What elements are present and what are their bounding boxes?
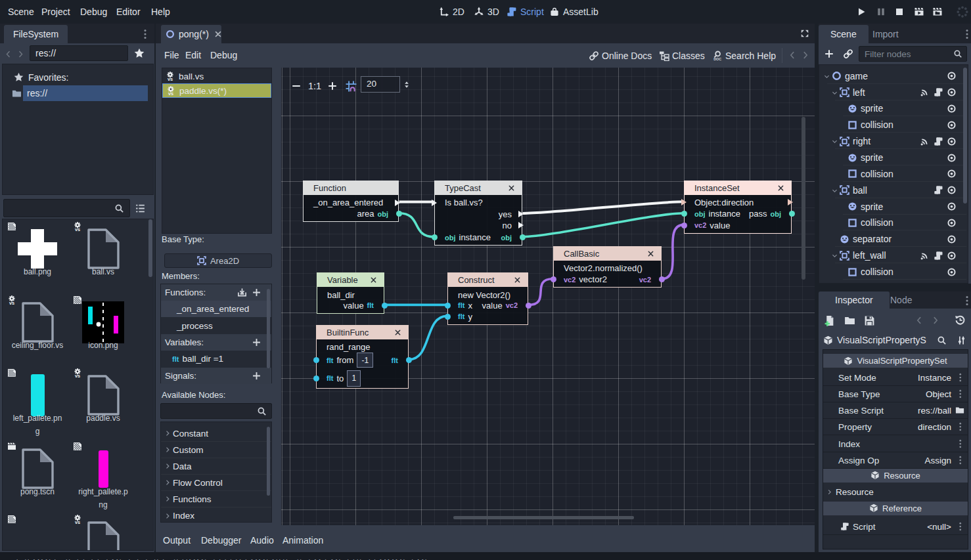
graph-node-close[interactable] [514,276,522,284]
visibility-toggle[interactable] [947,217,957,228]
instance-scene-button[interactable] [842,46,854,62]
graph-node-header[interactable]: CallBasic [553,246,662,261]
member-header-Variables[interactable]: Variables: [161,334,271,351]
graph-node-typecast[interactable]: TypeCastIs ball.vs?yesnoobjinstanceobj [434,181,522,246]
inspector-tools-button[interactable] [957,335,967,345]
output-port[interactable] [526,303,531,309]
snap-toggle-button[interactable] [344,79,357,93]
member-_process[interactable]: _process [161,318,271,334]
input-port[interactable] [551,276,556,282]
script-menu-debug[interactable]: Debug [210,43,237,68]
input-seq-port[interactable] [681,199,687,205]
visibility-toggle[interactable] [947,136,957,146]
load-resource-button[interactable] [843,314,856,327]
member-_on_area_entered[interactable]: _on_area_entered [161,301,271,317]
graph-hscrollbar[interactable] [453,516,634,519]
graph-node-function[interactable]: Function_on_area_enteredareaobj [303,181,399,222]
fs-back-button[interactable] [4,49,13,59]
output-seq-port[interactable] [518,211,524,217]
property-flags-icon[interactable] [959,389,962,398]
attached-script-button[interactable] [934,87,944,98]
scene-node-separator-10[interactable]: separator [819,231,968,247]
script-history-forward[interactable] [801,50,811,60]
graph-vscrollbar[interactable] [802,117,805,280]
property-flags-icon[interactable] [959,522,962,531]
visibility-toggle[interactable] [947,267,957,277]
graph-node-header[interactable]: InstanceSet [684,181,792,195]
scene-node-sprite-8[interactable]: sprite [819,199,968,215]
fs-favorite-toggle[interactable] [133,47,146,59]
zoom-in-button[interactable] [326,79,339,93]
file-item[interactable]: vs [70,513,136,551]
property-base-script[interactable]: Base Scriptres://ball [823,402,968,419]
fs-search-input[interactable] [3,199,130,217]
scene-node-left_wall-11[interactable]: left_wall [819,248,968,263]
menu-editor[interactable]: Editor [115,0,142,24]
scene-node-collision-9[interactable]: collision [819,215,968,230]
output-seq-port[interactable] [518,222,524,228]
visibility-toggle[interactable] [947,71,957,81]
zoom-out-button[interactable] [290,79,303,93]
node-category-functions[interactable]: Functions [161,491,271,507]
property-set-mode[interactable]: Set ModeInstance [823,370,968,386]
distraction-free-button[interactable] [800,28,811,39]
new-resource-button[interactable] [823,314,836,327]
input-port[interactable] [445,303,451,309]
add-node-button[interactable] [823,46,835,62]
file-item[interactable] [5,513,70,551]
member-plus-button[interactable] [249,337,263,347]
output-port[interactable] [789,211,795,217]
input-port[interactable] [313,376,319,381]
input-seq-port[interactable] [432,200,437,206]
graph-node-header[interactable]: BuiltinFunc [316,325,409,339]
graph-node-close[interactable] [647,249,655,257]
graph-node-construct[interactable]: Constructnew Vector2()fltxvaluevc2flty [447,272,528,325]
property-flags-icon[interactable] [959,439,962,448]
value-edit[interactable]: -1 [357,353,373,368]
graph-node-variable[interactable]: Variableball_dirvalueflt [317,272,384,314]
graph-node-close[interactable] [370,276,378,284]
fs-path-input[interactable]: res:// [30,45,128,61]
inspector-dock-menu[interactable] [966,295,968,306]
member-plus-button[interactable] [249,288,263,298]
attached-script-button[interactable] [934,136,944,146]
member-header-Functions[interactable]: Functions: [161,284,271,301]
scene-node-sprite-2[interactable]: sprite [819,100,968,116]
graph-node-header[interactable]: TypeCast [434,181,522,195]
stop-button[interactable] [893,6,905,18]
tab-filesystem[interactable]: FileSystem [4,25,68,43]
output-port[interactable] [396,211,402,217]
script-menu-edit[interactable]: Edit [185,43,201,68]
help-search-doc-button[interactable]: DOCSearch Help [712,43,776,68]
zoom-reset-button[interactable]: 1:1 [307,79,323,93]
scene-node-sprite-5[interactable]: sprite [819,150,968,165]
node-category-data[interactable]: Data [161,458,271,475]
group-resource[interactable]: Resource [823,485,968,500]
input-port[interactable] [313,357,319,363]
menu-scene[interactable]: Scene [7,0,35,24]
inspector-history-back[interactable] [915,315,925,326]
bottom-debugger-button[interactable]: Debugger [201,530,242,550]
scene-node-game-0[interactable]: game [819,68,968,84]
workspace-2d-button[interactable]: 2D [439,0,464,24]
graph-node-callbasic[interactable]: CallBasicVector2.normalized()vc2vector2v… [553,246,662,288]
script-history-back[interactable] [788,50,798,60]
member-header-Signals[interactable]: Signals: [161,368,271,384]
output-port[interactable] [659,276,665,282]
base-type-button[interactable]: Area2D [164,253,272,268]
property-index[interactable]: Index [823,436,968,452]
graph-node-close[interactable] [777,184,785,192]
input-port[interactable] [681,211,687,217]
bottom-animation-button[interactable]: Animation [282,530,323,550]
graph-canvas[interactable]: Function_on_area_enteredareaobjTypeCastI… [281,68,815,525]
visibility-toggle[interactable] [947,234,957,244]
property-script[interactable]: Script<null> [823,519,968,535]
scene-node-ball-7[interactable]: ball [819,183,968,198]
output-port[interactable] [520,234,526,240]
node-category-constant[interactable]: Constant [161,425,271,442]
node-category-flow-control[interactable]: Flow Control [161,475,271,491]
inspector-search-button[interactable] [937,335,948,346]
scene-node-left-1[interactable]: left [819,85,968,100]
input-port[interactable] [681,223,687,228]
scene-tab-close[interactable] [214,30,222,39]
